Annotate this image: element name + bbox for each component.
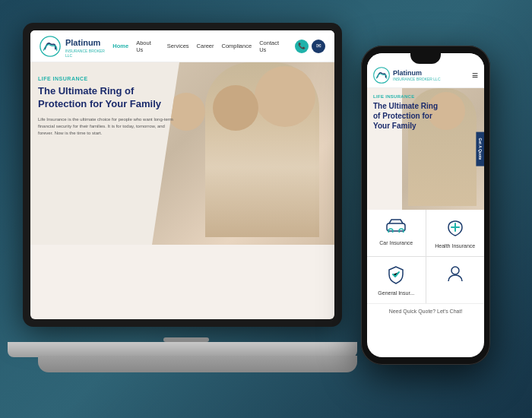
chat-bar[interactable]: Need Quick Quote? Let's Chat!: [367, 303, 484, 318]
nav-compliance[interactable]: Compliance: [222, 43, 252, 49]
hero-section: LIFE INSURANCE The Ultimate Ring of Prot…: [30, 62, 334, 245]
general-insurance-icon: [386, 264, 406, 287]
hero-title: The Ultimate Ring of Protection for Your…: [38, 85, 175, 111]
laptop-foot: [38, 356, 357, 372]
phone-screen: Platinum INSURANCE BROKER LLC ≡ LIFE INS…: [367, 53, 484, 357]
phone-icon-btn[interactable]: 📞: [295, 40, 309, 53]
email-icon-btn[interactable]: ✉: [312, 40, 325, 53]
logo-brand: Platinum: [65, 38, 100, 47]
phone-hero-tag: LIFE INSURANCE: [373, 94, 438, 99]
nav-career[interactable]: Career: [197, 43, 214, 49]
nav-services[interactable]: Services: [167, 43, 189, 49]
chat-bar-text: Need Quick Quote? Let's Chat!: [389, 309, 463, 314]
hero-title-line2: Protection for Your Family: [38, 98, 161, 109]
hamburger-menu-icon[interactable]: ≡: [472, 69, 478, 81]
nav-home[interactable]: Home: [112, 43, 128, 49]
logo-text-area: Platinum INSURANCE BROKER LLC: [65, 35, 112, 58]
phone-logo: Platinum INSURANCE BROKER LLC: [373, 67, 441, 84]
health-insurance-label: Health Insurance: [435, 243, 475, 249]
svg-point-1: [374, 68, 390, 84]
nav-menu: Home About Us Services Career Compliance…: [112, 40, 325, 53]
hero-description: Life Insurance is the ultimate choice fo…: [38, 116, 175, 137]
svg-point-5: [451, 267, 459, 274]
car-insurance-label: Car Insurance: [379, 240, 413, 245]
general-insurance-card[interactable]: General Insur...: [367, 257, 426, 303]
phone-hero-section: LIFE INSURANCE The Ultimate Ring of Prot…: [367, 88, 484, 210]
car-insurance-icon: [385, 217, 407, 237]
phone-brand-name: Platinum: [393, 69, 441, 77]
logo-area: Platinum INSURANCE BROKER LLC: [40, 35, 112, 58]
logo-sub: INSURANCE BROKER LLC: [65, 49, 112, 58]
hero-content: LIFE INSURANCE The Ultimate Ring of Prot…: [38, 76, 175, 137]
phone-logo-icon: [373, 67, 390, 84]
laptop-base: [8, 342, 357, 357]
phone-logo-sub: INSURANCE BROKER LLC: [393, 77, 441, 81]
phone-outer-shell: Platinum INSURANCE BROKER LLC ≡ LIFE INS…: [361, 46, 490, 365]
health-insurance-card[interactable]: Health Insurance: [426, 210, 485, 256]
laptop-screen: Platinum INSURANCE BROKER LLC Home About…: [30, 30, 334, 319]
general-insurance-label: General Insur...: [378, 290, 414, 296]
phone-notch: [410, 53, 441, 64]
health-insurance-icon: [445, 217, 465, 240]
nav-icons: 📞 ✉: [295, 40, 325, 53]
hero-tag: LIFE INSURANCE: [38, 76, 175, 81]
svg-rect-2: [387, 223, 405, 231]
insurance-grid: Car Insurance Health Insurance General I…: [367, 210, 484, 303]
hero-background-image: [152, 62, 334, 245]
hero-title-line1: The Ultimate Ring of: [38, 85, 134, 97]
logo-icon: [40, 36, 61, 57]
phone-logo-text-area: Platinum INSURANCE BROKER LLC: [393, 69, 441, 81]
car-insurance-card[interactable]: Car Insurance: [367, 210, 426, 256]
nav-contact[interactable]: Contact Us: [259, 40, 287, 53]
laptop-screen-outer: Platinum INSURANCE BROKER LLC Home About…: [23, 23, 342, 327]
nav-about[interactable]: About Us: [136, 40, 160, 53]
person-icon: [445, 264, 465, 287]
phone-device: Platinum INSURANCE BROKER LLC ≡ LIFE INS…: [361, 46, 490, 365]
svg-point-0: [40, 36, 60, 55]
get-quote-button[interactable]: Get A Quote: [477, 132, 484, 166]
person-insurance-card[interactable]: [426, 257, 485, 303]
phone-hero-title: The Ultimate Ring of Protection for Your…: [373, 101, 438, 131]
website-header: Platinum INSURANCE BROKER LLC Home About…: [30, 30, 334, 62]
laptop-device: Platinum INSURANCE BROKER LLC Home About…: [23, 23, 350, 395]
phone-hero-content: LIFE INSURANCE The Ultimate Ring of Prot…: [373, 94, 438, 131]
